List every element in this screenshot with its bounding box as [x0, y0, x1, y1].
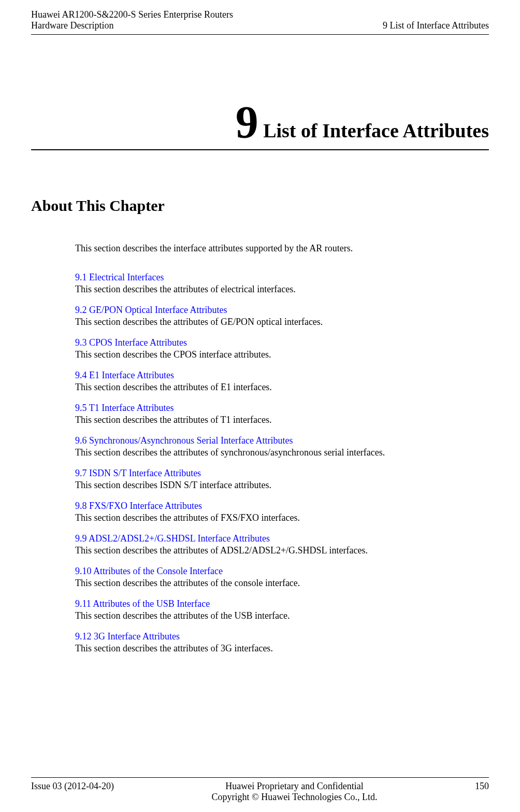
section-link[interactable]: 9.8 FXS/FXO Interface Attributes	[75, 501, 489, 511]
header-left: Huawei AR1200-S&2200-S Series Enterprise…	[31, 9, 233, 31]
section-link[interactable]: 9.4 E1 Interface Attributes	[75, 370, 489, 381]
footer-copyright: Copyright © Huawei Technologies Co., Ltd…	[211, 792, 377, 803]
section-desc: This section describes ISDN S/T interfac…	[75, 480, 271, 490]
section-link[interactable]: 9.5 T1 Interface Attributes	[75, 403, 489, 414]
section-link[interactable]: 9.3 CPOS Interface Attributes	[75, 337, 489, 348]
section-item: 9.11 Attributes of the USB Interface Thi…	[75, 599, 489, 621]
section-link[interactable]: 9.1 Electrical Interfaces	[75, 272, 489, 283]
section-desc: This section describes the attributes of…	[75, 610, 290, 621]
section-item: 9.9 ADSL2/ADSL2+/G.SHDSL Interface Attri…	[75, 533, 489, 556]
section-item: 9.12 3G Interface Attributes This sectio…	[75, 631, 489, 654]
section-item: 9.5 T1 Interface Attributes This section…	[75, 403, 489, 425]
section-desc: This section describes the attributes of…	[75, 415, 272, 425]
footer-issue: Issue 03 (2012-04-20)	[31, 781, 114, 792]
page-footer: Issue 03 (2012-04-20) Huawei Proprietary…	[31, 777, 489, 803]
chapter-title: List of Interface Attributes	[263, 120, 489, 141]
section-link[interactable]: 9.12 3G Interface Attributes	[75, 631, 489, 642]
section-item: 9.4 E1 Interface Attributes This section…	[75, 370, 489, 393]
footer-content: Issue 03 (2012-04-20) Huawei Proprietary…	[31, 781, 489, 803]
section-link[interactable]: 9.11 Attributes of the USB Interface	[75, 599, 489, 609]
footer-center: Huawei Proprietary and Confidential Copy…	[211, 781, 377, 803]
section-item: 9.8 FXS/FXO Interface Attributes This se…	[75, 501, 489, 523]
about-heading: About This Chapter	[0, 150, 520, 215]
product-title-line2: Hardware Description	[31, 20, 233, 31]
sections-list: 9.1 Electrical Interfaces This section d…	[0, 254, 520, 654]
footer-proprietary: Huawei Proprietary and Confidential	[211, 781, 377, 792]
section-link[interactable]: 9.2 GE/PON Optical Interface Attributes	[75, 305, 489, 316]
chapter-reference: 9 List of Interface Attributes	[383, 20, 489, 31]
section-desc: This section describes the attributes of…	[75, 578, 300, 588]
section-item: 9.3 CPOS Interface Attributes This secti…	[75, 337, 489, 360]
section-desc: This section describes the attributes of…	[75, 317, 323, 327]
section-item: 9.6 Synchronous/Asynchronous Serial Inte…	[75, 435, 489, 458]
section-item: 9.1 Electrical Interfaces This section d…	[75, 272, 489, 295]
product-title-line1: Huawei AR1200-S&2200-S Series Enterprise…	[31, 9, 233, 20]
page-header: Huawei AR1200-S&2200-S Series Enterprise…	[0, 0, 520, 34]
section-desc: This section describes the CPOS interfac…	[75, 349, 271, 360]
section-desc: This section describes the attributes of…	[75, 545, 368, 555]
footer-divider	[31, 777, 489, 778]
section-item: 9.7 ISDN S/T Interface Attributes This s…	[75, 468, 489, 491]
section-link[interactable]: 9.9 ADSL2/ADSL2+/G.SHDSL Interface Attri…	[75, 533, 489, 544]
footer-page-number: 150	[475, 781, 489, 792]
section-desc: This section describes the attributes of…	[75, 447, 385, 458]
section-item: 9.10 Attributes of the Console Interface…	[75, 566, 489, 589]
section-item: 9.2 GE/PON Optical Interface Attributes …	[75, 305, 489, 327]
section-desc: This section describes the attributes of…	[75, 284, 296, 294]
section-link[interactable]: 9.10 Attributes of the Console Interface	[75, 566, 489, 577]
section-desc: This section describes the attributes of…	[75, 643, 273, 653]
chapter-header: 9 List of Interface Attributes	[0, 35, 520, 145]
section-desc: This section describes the attributes of…	[75, 382, 272, 392]
section-link[interactable]: 9.6 Synchronous/Asynchronous Serial Inte…	[75, 435, 489, 446]
section-link[interactable]: 9.7 ISDN S/T Interface Attributes	[75, 468, 489, 479]
chapter-number: 9	[236, 97, 258, 147]
section-desc: This section describes the attributes of…	[75, 512, 300, 523]
header-right: 9 List of Interface Attributes	[383, 9, 489, 31]
intro-text: This section describes the interface att…	[0, 215, 520, 254]
